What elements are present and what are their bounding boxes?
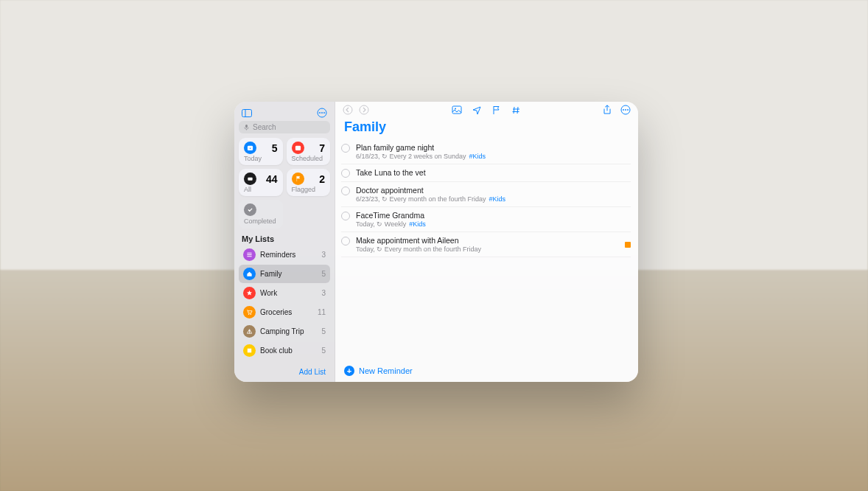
reminder-title: Make appointment with Aileen xyxy=(356,236,619,245)
complete-circle[interactable] xyxy=(341,212,350,220)
smart-list-today[interactable]: •5 Today xyxy=(239,138,283,165)
complete-circle[interactable] xyxy=(341,144,350,153)
svg-rect-11 xyxy=(248,178,252,181)
flag-indicator-icon xyxy=(625,242,631,248)
reminder-item[interactable]: Make appointment with AileenToday, ↻ Eve… xyxy=(341,232,631,257)
reminder-title: FaceTime Grandma xyxy=(356,211,631,220)
reminders-list: Plan family game night6/18/23, ↻ Every 2… xyxy=(335,139,638,361)
reminder-tag[interactable]: #Kids xyxy=(489,195,506,203)
list-count: 5 xyxy=(321,270,326,278)
complete-circle[interactable] xyxy=(341,187,350,195)
checkmark-icon xyxy=(244,203,256,216)
tray-icon xyxy=(244,173,256,185)
sidebar-list-work[interactable]: Work3 xyxy=(239,284,330,302)
sidebar-list-groceries[interactable]: Groceries11 xyxy=(239,303,330,321)
reminder-item[interactable]: Doctor appointment6/23/23, ↻ Every month… xyxy=(341,182,631,207)
svg-point-3 xyxy=(319,112,321,114)
star-icon xyxy=(243,287,256,299)
more-icon[interactable] xyxy=(317,108,327,118)
complete-circle[interactable] xyxy=(341,169,350,178)
sidebar-toggle-icon[interactable] xyxy=(242,108,252,118)
complete-circle[interactable] xyxy=(341,237,350,246)
svg-point-21 xyxy=(627,109,629,111)
book-icon xyxy=(243,344,256,357)
svg-rect-0 xyxy=(242,109,252,116)
share-icon[interactable] xyxy=(603,105,612,115)
smart-list-flagged[interactable]: 2 Flagged xyxy=(287,169,331,196)
svg-point-12 xyxy=(248,313,249,314)
svg-point-20 xyxy=(625,109,626,111)
svg-point-5 xyxy=(323,112,325,114)
list-name: Book club xyxy=(260,347,317,355)
reminder-tag[interactable]: #Kids xyxy=(409,220,426,228)
reminder-item[interactable]: Plan family game night6/18/23, ↻ Every 2… xyxy=(341,139,631,164)
forward-icon[interactable] xyxy=(359,105,369,115)
list-name: Family xyxy=(260,270,317,278)
search-input[interactable]: Search xyxy=(239,121,330,133)
list-count: 11 xyxy=(318,308,326,316)
svg-point-14 xyxy=(343,105,352,114)
reminder-title: Doctor appointment xyxy=(356,186,631,195)
sidebar-list-book-club[interactable]: Book club5 xyxy=(239,341,330,360)
photo-icon[interactable] xyxy=(452,105,462,115)
reminder-subtitle: 6/23/23, ↻ Every month on the fourth Fri… xyxy=(356,195,631,203)
list-count: 3 xyxy=(321,251,326,259)
list-name: Work xyxy=(260,289,317,297)
svg-rect-10 xyxy=(295,146,300,150)
list-name: Groceries xyxy=(260,308,313,316)
sidebar-list-camping-trip[interactable]: Camping Trip5 xyxy=(239,322,330,341)
calendar-icon xyxy=(292,142,304,154)
my-lists-header: My Lists xyxy=(242,234,327,243)
tent-icon xyxy=(243,325,256,338)
reminder-title: Take Luna to the vet xyxy=(356,168,631,177)
list-name: Camping Trip xyxy=(260,327,317,335)
hashtag-icon[interactable] xyxy=(511,105,521,115)
svg-point-17 xyxy=(455,108,456,109)
reminder-title: Plan family game night xyxy=(356,143,631,152)
add-list-button[interactable]: Add List xyxy=(239,363,330,377)
new-reminder-button[interactable]: + New Reminder xyxy=(335,361,638,382)
list-icon xyxy=(243,248,256,261)
mic-icon xyxy=(243,124,250,130)
list-name: Reminders xyxy=(260,251,317,259)
smart-list-all[interactable]: 44 All xyxy=(239,169,283,196)
plus-icon: + xyxy=(344,366,354,376)
reminders-window: Search •5 Today 7 Scheduled 44 All 2 Fla… xyxy=(234,102,638,382)
sidebar-list-reminders[interactable]: Reminders3 xyxy=(239,246,330,264)
smart-list-completed[interactable]: Completed xyxy=(239,200,283,229)
list-count: 5 xyxy=(321,327,326,335)
flag-icon xyxy=(292,173,304,185)
svg-rect-6 xyxy=(245,125,248,128)
reminder-item[interactable]: Take Luna to the vet xyxy=(341,164,631,182)
svg-point-15 xyxy=(360,105,368,114)
reminder-subtitle: Today, ↻ Weekly#Kids xyxy=(356,220,631,228)
calendar-today-icon: • xyxy=(244,142,256,154)
toolbar xyxy=(335,102,638,118)
search-placeholder: Search xyxy=(253,123,276,131)
sidebar: Search •5 Today 7 Scheduled 44 All 2 Fla… xyxy=(234,102,335,382)
list-title: Family xyxy=(335,118,638,139)
reminder-subtitle: Today, ↻ Every month on the fourth Frida… xyxy=(356,246,619,253)
reminder-item[interactable]: FaceTime GrandmaToday, ↻ Weekly#Kids xyxy=(341,207,631,232)
reminder-tag[interactable]: #Kids xyxy=(469,153,486,160)
reminder-subtitle: 6/18/23, ↻ Every 2 weeks on Sunday#Kids xyxy=(356,153,631,160)
sidebar-list-family[interactable]: Family5 xyxy=(239,265,330,283)
house-icon xyxy=(243,268,256,280)
more-actions-icon[interactable] xyxy=(620,105,631,115)
location-icon[interactable] xyxy=(472,105,482,115)
back-icon[interactable] xyxy=(343,105,353,115)
svg-point-4 xyxy=(321,112,323,114)
list-count: 5 xyxy=(321,347,326,355)
list-count: 3 xyxy=(321,289,326,297)
cart-icon xyxy=(243,306,256,318)
svg-point-19 xyxy=(623,109,624,111)
main-panel: Family Plan family game night6/18/23, ↻ … xyxy=(335,102,638,382)
svg-point-13 xyxy=(251,313,251,314)
lists-container: Reminders3Family5Work3Groceries11Camping… xyxy=(239,246,330,360)
smart-list-scheduled[interactable]: 7 Scheduled xyxy=(287,138,331,165)
new-reminder-label: New Reminder xyxy=(359,366,413,375)
flag-button-icon[interactable] xyxy=(492,105,501,115)
